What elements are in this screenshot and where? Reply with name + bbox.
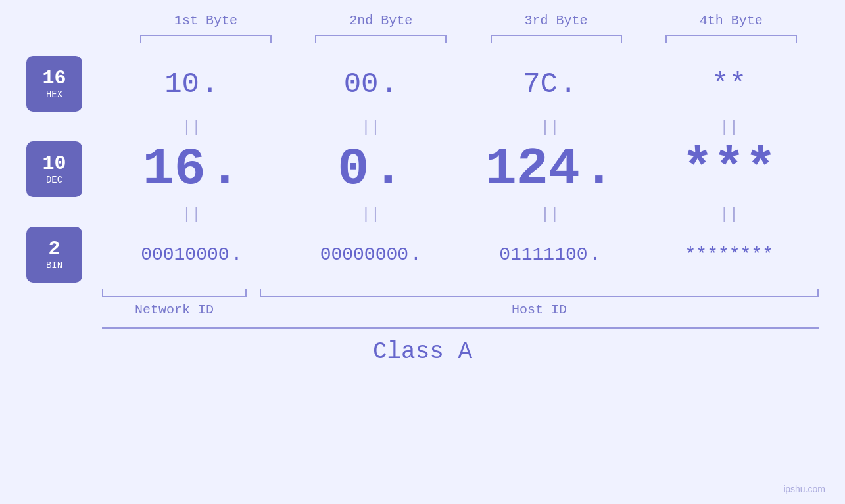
hex-b1-value: 10	[164, 68, 199, 101]
main-container: 1st Byte 2nd Byte 3rd Byte 4th Byte 16 H…	[0, 0, 845, 504]
dec-badge-label: DEC	[46, 175, 62, 185]
dec-b2-value: 0	[337, 139, 369, 199]
byte-headers-row: 1st Byte 2nd Byte 3rd Byte 4th Byte	[26, 13, 819, 28]
dec-dot-2: .	[372, 149, 404, 191]
hex-dot-2: .	[380, 68, 397, 101]
bin-b1-value: 00010000	[141, 244, 229, 265]
id-labels-row: Network ID Host ID	[26, 302, 819, 317]
hex-b2-value: 00	[344, 68, 379, 101]
hex-dot-1: .	[201, 68, 218, 101]
dec-b2-cell: 0 .	[295, 139, 447, 199]
bin-values: 00010000 . 00000000 . 01111100 . *******…	[102, 244, 819, 265]
eq2-b4: ||	[654, 206, 805, 223]
byte-header-1: 1st Byte	[130, 13, 281, 28]
top-bracket-row	[26, 35, 819, 43]
bin-b4-cell: ********	[654, 244, 805, 265]
full-bracket-line	[102, 327, 819, 329]
dec-b4-cell: ***	[654, 139, 805, 199]
bracket-b3	[491, 35, 622, 43]
hex-dot-3: .	[560, 68, 577, 101]
bin-badge: 2 BIN	[26, 227, 82, 283]
host-id-label: Host ID	[260, 302, 819, 317]
hex-badge-number: 16	[42, 68, 66, 89]
bin-b2-cell: 00000000 .	[295, 244, 447, 265]
network-id-label: Network ID	[102, 302, 247, 317]
dec-badge-number: 10	[42, 153, 66, 175]
byte-header-4: 4th Byte	[656, 13, 807, 28]
eq1-b3: ||	[474, 118, 625, 136]
hex-values: 10 . 00 . 7C . **	[102, 68, 819, 101]
equals-row-2: || || || ||	[26, 206, 819, 223]
eq1-b4: ||	[654, 118, 805, 136]
dec-b3-cell: 124 .	[474, 139, 625, 199]
host-bracket	[260, 289, 819, 297]
dec-dot-1: .	[209, 149, 241, 191]
dec-row: 10 DEC 16 . 0 . 124 . ***	[26, 139, 819, 199]
eq2-b3: ||	[474, 206, 625, 223]
hex-b1-cell: 10 .	[116, 68, 267, 101]
bin-row: 2 BIN 00010000 . 00000000 . 01111100 . *…	[26, 227, 819, 283]
eq1-b1: ||	[116, 118, 267, 136]
dec-dot-3: .	[583, 149, 615, 191]
eq1-b2: ||	[295, 118, 447, 136]
dec-b3-value: 124	[485, 139, 580, 199]
bracket-b4	[665, 35, 797, 43]
bin-b3-value: 01111100	[499, 244, 587, 265]
eq2-b2: ||	[295, 206, 447, 223]
bracket-b2	[315, 35, 447, 43]
hex-row: 16 HEX 10 . 00 . 7C . **	[26, 56, 819, 112]
eq2-b1: ||	[116, 206, 267, 223]
dec-b1-value: 16	[143, 139, 206, 199]
bin-badge-number: 2	[48, 239, 60, 260]
hex-b4-cell: **	[654, 68, 805, 101]
class-label: Class A	[373, 338, 472, 365]
bracket-b1	[140, 35, 272, 43]
hex-badge-label: HEX	[46, 89, 62, 100]
class-row: Class A	[26, 338, 819, 365]
equals-row-1: || || || ||	[26, 118, 819, 136]
full-bracket-row	[26, 327, 819, 329]
byte-header-3: 3rd Byte	[481, 13, 632, 28]
watermark: ipshu.com	[783, 484, 825, 494]
dec-values: 16 . 0 . 124 . ***	[102, 139, 819, 199]
hex-b2-cell: 00 .	[295, 68, 447, 101]
bin-dot-2: .	[410, 244, 422, 265]
bin-b1-cell: 00010000 .	[116, 244, 267, 265]
hex-b3-cell: 7C .	[474, 68, 625, 101]
dec-badge: 10 DEC	[26, 141, 82, 197]
bin-b2-value: 00000000	[320, 244, 408, 265]
dec-b4-value: ***	[682, 139, 777, 199]
network-bracket	[102, 289, 247, 297]
bottom-bracket-row	[26, 289, 819, 297]
byte-header-2: 2nd Byte	[305, 13, 456, 28]
bin-b4-value: ********	[685, 244, 773, 265]
dec-b1-cell: 16 .	[116, 139, 267, 199]
bin-dot-3: .	[590, 244, 601, 265]
bin-badge-label: BIN	[46, 260, 62, 271]
hex-b3-value: 7C	[523, 68, 558, 101]
hex-b4-value: **	[712, 68, 746, 101]
bin-dot-1: .	[231, 244, 243, 265]
hex-badge: 16 HEX	[26, 56, 82, 112]
bin-b3-cell: 01111100 .	[474, 244, 625, 265]
